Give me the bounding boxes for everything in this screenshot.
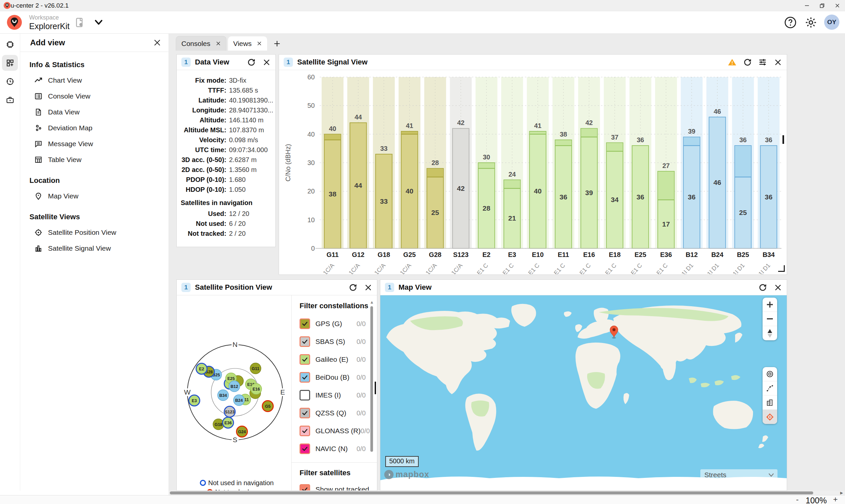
map-zoom-out-button[interactable] [763,312,777,326]
filter-sbas-checkbox[interactable] [299,336,310,347]
filter-galileo-label: Galileo (E) [315,356,348,363]
filter-glonass-checkbox[interactable] [299,426,310,436]
signal-view-badge: 1 [284,57,293,67]
sidebar-item-table-view[interactable]: Table View [20,152,169,168]
sidebar-item-satellite-signal-view[interactable]: Satellite Signal View [20,240,169,256]
svg-text:25: 25 [739,209,747,216]
rail-add-view-grid-icon[interactable] [2,55,18,71]
filter-beidou-checkbox[interactable] [299,372,310,383]
restore-button[interactable] [814,0,830,11]
world-map[interactable]: 5000 km ◑ mapbox Streets [380,295,787,491]
map-zoom-in-button[interactable] [763,298,777,312]
data-row-value: 1.680 [229,176,246,183]
signal-view-warning-icon[interactable] [728,58,737,67]
sidebar-item-map-view[interactable]: Map View [20,188,169,204]
filter-imes-checkbox[interactable] [299,390,310,400]
help-icon[interactable] [784,16,797,29]
svg-text:G24: G24 [238,430,246,434]
map-route-button[interactable] [763,381,777,396]
sidebar-item-data-view[interactable]: Data View [20,104,169,120]
add-tab-button[interactable] [269,36,285,51]
show-not-tracked-checkbox[interactable] [299,484,310,491]
tab-views[interactable]: Views [228,36,268,51]
close-window-button[interactable] [830,0,845,11]
position-view-refresh-icon[interactable] [348,283,357,292]
filter-scrollbar[interactable]: ▲ [370,300,374,465]
svg-text:C/No (dBHz): C/No (dBHz) [284,144,292,181]
minimize-button[interactable] [799,0,814,11]
zoom-out-button[interactable]: - [796,495,799,504]
sidebar-section-title: Satellite Views [30,213,169,221]
table-icon [34,156,43,164]
sidebar-section-title: Info & Statistics [30,60,169,69]
horizontal-scrollbar[interactable]: ▶ [169,491,845,495]
map-follow-position-button[interactable] [763,410,777,424]
position-view-scrollbar-thumb[interactable] [375,382,376,394]
filter-galileo-checkbox[interactable] [299,354,310,365]
data-row-value: 28.94071330... [229,107,273,114]
zoom-level: 100% [806,496,827,504]
filter-navic-checkbox[interactable] [299,444,310,454]
svg-text:34: 34 [611,196,619,203]
data-row-label: TTFF: [177,87,226,94]
workspace-name[interactable]: ExplorerKit [29,21,69,31]
signal-view-scrollbar-thumb[interactable] [782,135,784,144]
sidebar-item-deviation-map[interactable]: Deviation Map [20,120,169,136]
tab-close-icon[interactable] [257,41,262,46]
signal-view-close-icon[interactable] [774,58,782,67]
filter-glonass-label: GLONASS (R) [315,427,361,435]
tab-close-icon[interactable] [216,41,221,46]
map-locate-button[interactable] [763,367,777,381]
signal-view-filter-sliders-icon[interactable] [758,58,767,67]
svg-text:36: 36 [560,193,567,201]
map-compass-button[interactable] [763,326,777,340]
svg-text:60: 60 [308,73,315,81]
sidebar-item-message-view[interactable]: Message View [20,136,169,152]
data-view-close-icon[interactable] [262,58,271,67]
map-style-select[interactable]: Streets [700,469,777,481]
rail-automation-icon[interactable] [2,73,18,89]
svg-text:E2: E2 [483,251,490,258]
svg-text:E3: E3 [508,251,516,258]
signal-view-title: Satellite Signal View [297,58,367,67]
svg-text:20: 20 [308,187,315,195]
data-row-value: 3D-fix [229,77,246,84]
scroll-right-arrow-icon[interactable]: ▶ [840,491,843,495]
svg-text:L1C/A: L1C/A [320,262,335,274]
filter-galileo-count: 0/0 [357,356,366,363]
workspace-menu-chevron-icon[interactable] [94,19,103,26]
svg-text:30: 30 [308,159,315,166]
tab-consoles[interactable]: Consoles [176,36,226,51]
sidebar-item-console-view[interactable]: Console View [20,88,169,104]
svg-text:L1C/A: L1C/A [397,262,412,274]
sidebar-item-label: Data View [48,108,80,116]
rail-toolbox-icon[interactable] [2,92,18,108]
svg-text:E11: E11 [558,251,569,258]
settings-gear-icon[interactable] [804,16,817,29]
user-avatar[interactable]: OY [824,15,839,30]
map-buildings-button[interactable] [763,396,777,410]
filter-imes: IMES (I)0/0 [299,390,377,401]
signal-view-refresh-icon[interactable] [743,58,752,67]
filter-gps-checkbox[interactable] [299,319,310,329]
zoom-in-button[interactable]: + [833,495,838,504]
sidebar-item-chart-view[interactable]: Chart View [20,72,169,88]
sidebar-section: LocationMap View [20,176,169,204]
add-view-close-icon[interactable] [153,39,161,47]
satellite-position-view-panel: 1 Satellite Position View NESWB25G28E2G1… [176,280,377,491]
position-view-close-icon[interactable] [364,283,372,292]
sidebar-item-satellite-position-view[interactable]: Satellite Position View [20,224,169,240]
save-workspace-icon[interactable] [74,17,85,28]
horizontal-scrollbar-thumb[interactable] [170,491,813,494]
rail-device-chip-icon[interactable] [2,36,18,52]
filter-qzss-checkbox[interactable] [299,408,310,418]
data-view-refresh-icon[interactable] [247,58,256,67]
data-row: Velocity:0.098 m/s [177,135,275,145]
data-row-label: PDOP (0-10): [177,176,226,183]
position-view-title: Satellite Position View [195,283,272,292]
filter-beidou-count: 0/0 [357,374,366,381]
map-view-refresh-icon[interactable] [758,283,767,292]
filter-scroll-up-icon[interactable]: ▲ [370,300,374,305]
map-view-close-icon[interactable] [774,283,782,292]
signal-view-resize-handle[interactable] [778,265,785,272]
